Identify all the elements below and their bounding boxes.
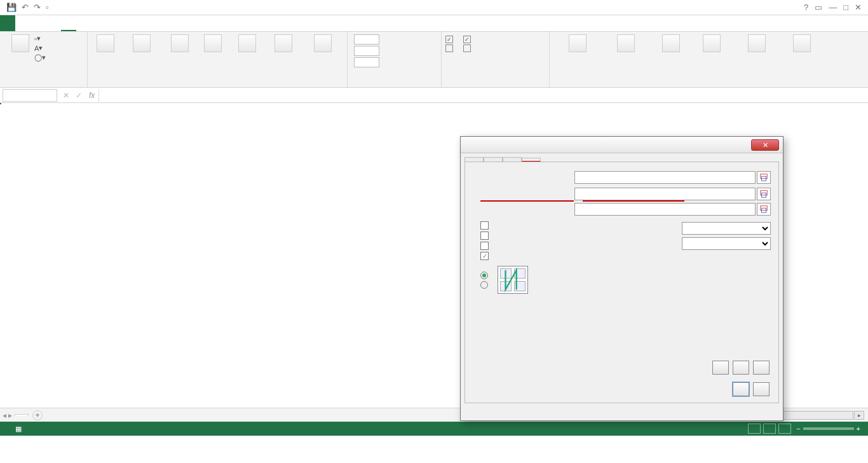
- dialog-properties-button[interactable]: [753, 361, 770, 375]
- sheet-tab[interactable]: [15, 414, 29, 416]
- tab-view[interactable]: [122, 15, 137, 31]
- help-icon[interactable]: ?: [804, 3, 808, 12]
- send-backward-button[interactable]: [602, 34, 650, 54]
- tab-page-layout[interactable]: [61, 15, 76, 31]
- breaks-button[interactable]: [230, 34, 264, 54]
- scale-width-input[interactable]: [354, 34, 379, 45]
- print-titles-button[interactable]: [302, 34, 343, 54]
- tab-insert[interactable]: [46, 15, 61, 31]
- gridlines-print[interactable]: [445, 45, 456, 52]
- tab-foxit[interactable]: [137, 15, 153, 31]
- scale-pct[interactable]: [351, 57, 379, 67]
- tab-data[interactable]: [92, 15, 107, 31]
- tab-acrobat[interactable]: [168, 15, 183, 31]
- rows-repeat-input[interactable]: [574, 188, 756, 200]
- orientation-button[interactable]: [119, 34, 164, 54]
- cols-repeat-input[interactable]: [574, 203, 756, 216]
- name-box[interactable]: [3, 89, 57, 102]
- scale-height-input[interactable]: [354, 46, 379, 56]
- new-icon[interactable]: ▫: [46, 3, 49, 12]
- scale-width[interactable]: [351, 34, 379, 45]
- selection-pane-button[interactable]: [650, 34, 692, 54]
- close-icon[interactable]: ✕: [855, 3, 862, 12]
- fonts-dropdown[interactable]: A ▾: [34, 44, 46, 52]
- checkbox-gridlines[interactable]: [480, 221, 612, 230]
- cols-repeat-picker[interactable]: [757, 203, 771, 216]
- bring-forward-button[interactable]: [553, 34, 602, 54]
- size-button[interactable]: [164, 34, 196, 54]
- print-area-input[interactable]: [574, 171, 756, 184]
- colors-dropdown[interactable]: ▫ ▾: [34, 34, 46, 43]
- zoom-control[interactable]: −+: [796, 425, 863, 432]
- page-order-preview: [498, 266, 528, 294]
- view-normal-icon[interactable]: [748, 424, 761, 434]
- maximize-icon[interactable]: □: [843, 3, 848, 12]
- tab-review[interactable]: [107, 15, 122, 31]
- print-area-button[interactable]: [196, 34, 230, 54]
- dialog-print-button[interactable]: [712, 361, 729, 375]
- rotate-button[interactable]: [782, 34, 822, 54]
- dialog-close-button[interactable]: ✕: [751, 139, 779, 151]
- dialog-tab-headerfooter[interactable]: [503, 157, 522, 162]
- tab-file[interactable]: [0, 15, 15, 31]
- dialog-preview-button[interactable]: [733, 361, 749, 375]
- background-button[interactable]: [264, 34, 302, 54]
- login-link[interactable]: [855, 15, 868, 31]
- errors-select[interactable]: [682, 237, 771, 250]
- page-setup-dialog: ✕ ✓: [460, 136, 783, 421]
- save-icon[interactable]: 💾: [6, 3, 17, 12]
- headings-print[interactable]: [463, 45, 473, 52]
- redo-icon[interactable]: ↷: [34, 3, 41, 12]
- enter-formula-icon[interactable]: ✓: [76, 91, 82, 100]
- ribbon-tabs: [0, 15, 868, 32]
- scale-pct-input[interactable]: [354, 57, 379, 67]
- sheet-nav[interactable]: ◂▸: [3, 411, 12, 420]
- tab-home[interactable]: [15, 15, 31, 31]
- radio-down-then-over[interactable]: [480, 272, 491, 279]
- formula-bar: ✕✓ fx: [0, 88, 868, 103]
- undo-icon[interactable]: ↶: [22, 3, 29, 12]
- tab-menu[interactable]: [31, 15, 46, 31]
- ribbon-options-icon[interactable]: ▭: [815, 3, 822, 12]
- effects-dropdown[interactable]: ◯ ▾: [34, 53, 46, 62]
- ribbon: ▫ ▾ A ▾ ◯ ▾: [0, 32, 868, 88]
- tab-nitro[interactable]: [153, 15, 168, 31]
- rows-repeat-picker[interactable]: [757, 188, 771, 200]
- scale-height[interactable]: [351, 46, 379, 56]
- selection-marquee: [0, 103, 1, 104]
- dialog-tab-page[interactable]: [465, 157, 484, 162]
- cancel-formula-icon[interactable]: ✕: [63, 91, 69, 100]
- headings-show[interactable]: ✓: [463, 36, 473, 43]
- align-button[interactable]: [692, 34, 731, 54]
- new-sheet-button[interactable]: +: [32, 410, 43, 420]
- print-area-picker[interactable]: [757, 171, 771, 184]
- view-pagelayout-icon[interactable]: [763, 424, 776, 434]
- margins-button[interactable]: [92, 34, 119, 54]
- comments-select[interactable]: [682, 222, 771, 235]
- checkbox-draft[interactable]: [480, 242, 612, 250]
- tab-pdfxchange[interactable]: [183, 15, 198, 31]
- view-pagebreak-icon[interactable]: [778, 424, 791, 434]
- fx-icon[interactable]: fx: [89, 91, 95, 100]
- group-button[interactable]: [731, 34, 782, 54]
- quick-access-toolbar: 💾 ↶ ↷ ▫ ? ▭ — □ ✕: [0, 0, 868, 15]
- dialog-ok-button[interactable]: [733, 382, 749, 396]
- dialog-cancel-button[interactable]: [753, 382, 770, 396]
- formula-input[interactable]: [98, 89, 868, 102]
- tab-formulas[interactable]: [76, 15, 92, 31]
- highlight-rows-input: [583, 200, 684, 202]
- highlight-rows-label: [480, 200, 574, 202]
- macro-icon[interactable]: ▦: [15, 425, 22, 433]
- dialog-tab-margins[interactable]: [484, 157, 503, 162]
- minimize-icon[interactable]: —: [829, 3, 837, 12]
- gridlines-show[interactable]: ✓: [445, 36, 456, 43]
- themes-button[interactable]: [6, 34, 34, 54]
- checkbox-bw[interactable]: [480, 232, 612, 240]
- checkbox-rowcol-headers[interactable]: ✓: [480, 252, 612, 260]
- radio-over-then-down[interactable]: [480, 281, 491, 289]
- status-bar: ▦ −+: [0, 422, 868, 436]
